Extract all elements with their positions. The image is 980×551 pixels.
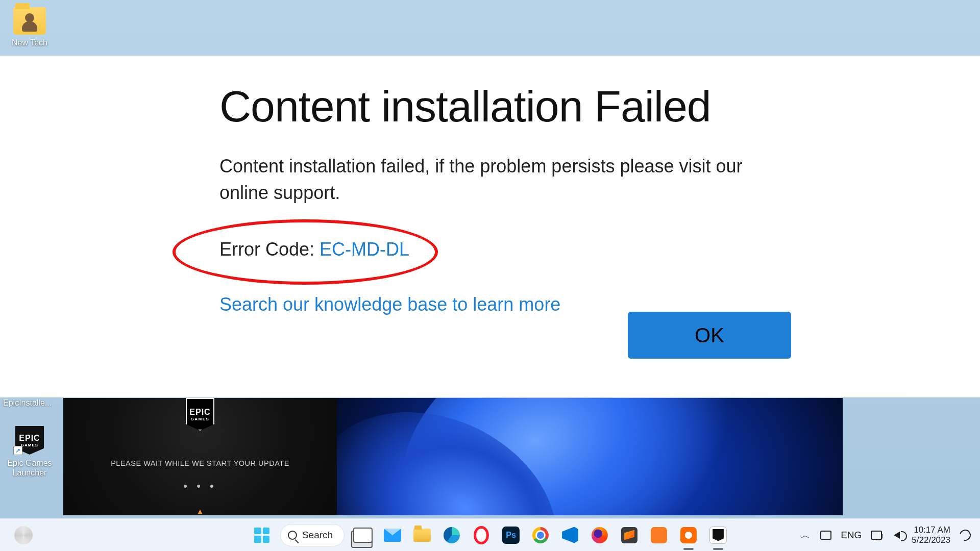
desktop-icon-new-tech[interactable]: New Tech	[4, 7, 55, 47]
taskbar-app-photoshop[interactable]: Ps	[500, 524, 522, 546]
task-view-button[interactable]	[352, 524, 374, 546]
search-label: Search	[302, 530, 333, 541]
epic-games-icon	[709, 527, 727, 544]
recorder-icon	[680, 527, 697, 543]
speaker-icon	[894, 532, 900, 539]
shortcut-badge-icon: ↗	[13, 446, 22, 455]
warning-icon: ▲	[63, 507, 337, 516]
sublime-icon	[621, 527, 638, 543]
language-indicator[interactable]: ENG	[841, 530, 862, 541]
focus-assist-button[interactable]	[960, 530, 971, 541]
taskbar-app-firefox[interactable]	[589, 524, 611, 546]
taskbar-clock[interactable]: 10:17 AM 5/22/2023	[912, 525, 950, 545]
keyboard-icon	[820, 531, 831, 540]
wallpaper-bloom	[337, 398, 843, 515]
taskbar-app-explorer[interactable]	[411, 524, 433, 546]
taskbar: Search Ps ︿ ENG 10:17 AM 5/22/2023	[0, 518, 980, 551]
folder-icon	[13, 7, 46, 35]
dialog-body: Content installation failed, if the prob…	[219, 153, 796, 206]
clock-date: 5/22/2023	[912, 535, 950, 545]
chrome-icon	[532, 527, 549, 543]
taskbar-app-recorder[interactable]	[677, 524, 700, 546]
epic-games-logo-icon: EPIC GAMES	[186, 398, 214, 431]
firefox-icon	[592, 527, 608, 543]
clock-time: 10:17 AM	[912, 525, 950, 535]
xampp-icon	[651, 527, 667, 543]
desktop-icon-label: New Tech	[4, 38, 55, 47]
volume-button[interactable]	[891, 530, 902, 541]
splash-message: PLEASE WAIT WHILE WE START YOUR UPDATE	[63, 459, 337, 467]
search-icon	[288, 531, 297, 540]
taskbar-center: Search Ps	[251, 524, 729, 546]
taskbar-search[interactable]: Search	[280, 524, 345, 546]
taskbar-app-vscode[interactable]	[559, 524, 581, 546]
touch-keyboard-button[interactable]	[820, 530, 831, 541]
task-view-icon	[353, 528, 373, 543]
error-code-line: Error Code: EC-MD-DL	[219, 236, 420, 265]
dialog-title: Content installation Failed	[219, 81, 822, 132]
taskbar-app-edge[interactable]	[440, 524, 463, 546]
desktop-icon-epic-launcher[interactable]: EPICGAMES ↗ Epic Games Launcher	[4, 428, 55, 478]
taskbar-tray: ︿ ENG 10:17 AM 5/22/2023	[800, 519, 971, 551]
vscode-icon	[562, 527, 578, 543]
mail-icon	[384, 529, 401, 542]
focus-icon	[958, 527, 973, 542]
edge-icon	[444, 527, 460, 543]
cast-button[interactable]	[871, 530, 882, 541]
weather-widget-icon[interactable]	[14, 526, 33, 544]
error-code-value: EC-MD-DL	[320, 239, 409, 260]
loading-dots-icon: • • •	[63, 480, 337, 493]
folder-icon	[413, 529, 431, 542]
epic-games-icon: EPICGAMES ↗	[13, 428, 46, 455]
start-button[interactable]	[251, 524, 273, 546]
desktop-icon-label: Epic Games Launcher	[4, 458, 55, 478]
opera-icon	[473, 527, 489, 543]
taskbar-app-xampp[interactable]	[648, 524, 670, 546]
error-code-label: Error Code:	[219, 239, 320, 260]
error-dialog: Content installation Failed Content inst…	[0, 56, 980, 397]
taskbar-app-epic[interactable]	[707, 524, 729, 546]
taskbar-app-chrome[interactable]	[529, 524, 552, 546]
windows-logo-icon	[251, 524, 273, 546]
ok-button[interactable]: OK	[628, 312, 791, 359]
epic-splash-window: EPIC GAMES PLEASE WAIT WHILE WE START YO…	[63, 398, 337, 515]
desktop-icon-label-clipped: EpicInstalle...	[3, 398, 52, 408]
cast-icon	[871, 531, 882, 540]
taskbar-app-mail[interactable]	[381, 524, 404, 546]
taskbar-app-opera[interactable]	[470, 524, 493, 546]
taskbar-app-sublime[interactable]	[618, 524, 641, 546]
photoshop-icon: Ps	[502, 527, 520, 544]
tray-overflow-button[interactable]: ︿	[800, 530, 811, 541]
